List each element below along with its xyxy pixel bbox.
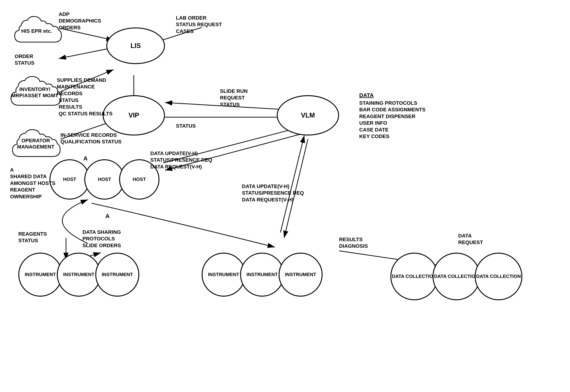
label-data-update-bot: DATA UPDATE(V-H) STATUS/PRESENCE REQ DAT… [242,183,304,203]
diagram: HIS EPR etc. INVENTORY/ MRP/ASSET MGMT O… [0,0,570,392]
label-data-list: STAINING PROTOCOLS BAR CODE ASSIGNMENTS … [359,100,425,140]
lis-label: LIS [131,42,141,50]
circle-instrument-5: INSTRUMENT [240,253,284,297]
circle-instrument-6: INSTRUMENT [278,253,322,297]
circle-host-2: HOST [84,159,125,200]
circle-datacollection-2: DATA COLLECTION [433,253,480,300]
label-results-diagnosis: RESULTS DIAGNOSIS [339,236,368,250]
label-data-update-top: DATA UPDATE(V-H) STATUS/PRESENCE REQ DAT… [150,150,212,170]
label-order-status: ORDER STATUS [15,53,34,67]
cloud-operator: OPERATOR MANAGEMENT [9,125,62,163]
label-data-request: DATA REQUEST [458,233,483,246]
circle-instrument-2: INSTRUMENT [57,253,101,297]
label-a-top: A [83,155,88,162]
operator-label: OPERATOR MANAGEMENT [9,138,62,150]
inventory-label: INVENTORY/ MRP/ASSET MGMT [7,86,62,98]
label-data-sharing: DATA SHARING PROTOCOLS SLIDE ORDERS [83,229,121,249]
cloud-his: HIS EPR etc. [11,11,62,51]
label-adp: ADP DEMOGRAPHICS ORDERS [59,11,101,31]
his-label: HIS EPR etc. [21,28,52,34]
label-supplies: SUPPLIES DEMAND MAINTENANCE RECORDS [57,77,106,97]
vip-label: VIP [129,112,139,119]
svg-line-3 [59,48,114,59]
label-data-header: DATA [359,92,374,99]
circle-instrument-3: INSTRUMENT [95,253,139,297]
label-status-results: STATUS RESULTS QC STATUS RESULTS [59,97,113,117]
ellipse-lis: LIS [106,28,165,64]
label-status-vlm: STATUS [176,123,196,129]
cloud-inventory: INVENTORY/ MRP/ASSET MGMT [7,71,62,113]
circle-host-1: HOST [49,159,90,200]
label-reagents-status: REAGENTS STATUS [18,231,47,244]
circle-datacollection-3: DATA COLLECTION [475,253,522,300]
label-a-bot: A [105,212,110,220]
label-a-shared: A SHARED DATA AMONGST HOSTS REAGENT OWNE… [10,167,55,200]
vlm-label: VLM [301,112,315,119]
circle-instrument-1: INSTRUMENT [18,253,62,297]
ellipse-vlm: VLM [277,95,339,136]
label-in-service: IN-SERVICE RECORDS QUALIFICATION STATUS [60,132,121,145]
label-slide-run: SLIDE RUN REQUEST STATUS [220,88,248,108]
circle-instrument-4: INSTRUMENT [202,253,246,297]
label-lab-order: LAB ORDER STATUS REQUEST CASES [176,15,222,35]
circle-datacollection-1: DATA COLLECTION [390,253,438,300]
